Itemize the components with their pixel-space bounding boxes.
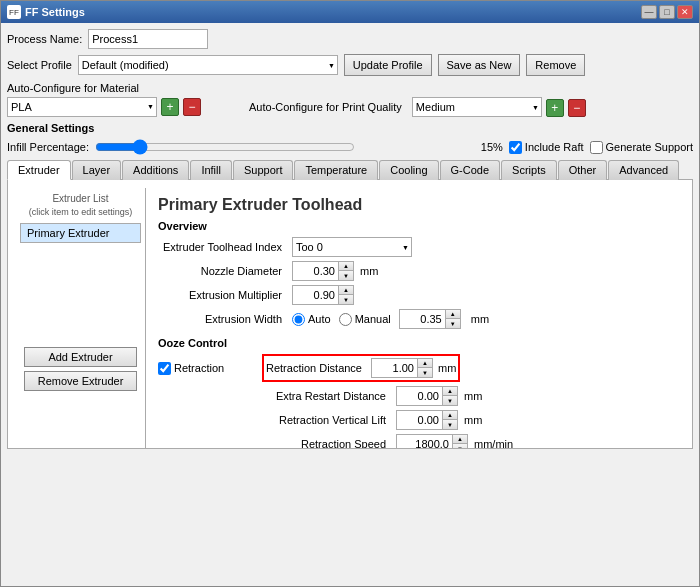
- tab-additions[interactable]: Additions: [122, 160, 189, 180]
- retraction-vertical-unit: mm: [464, 414, 482, 426]
- extruder-list-header: Extruder List(click item to edit setting…: [20, 192, 141, 219]
- extrusion-multiplier-down[interactable]: ▼: [339, 295, 353, 304]
- window-controls: — □ ✕: [641, 5, 693, 19]
- window-title: FF Settings: [25, 6, 85, 18]
- infill-slider-container: [95, 139, 475, 155]
- extra-restart-arrows: ▲ ▼: [442, 387, 457, 405]
- tab-advanced[interactable]: Advanced: [608, 160, 679, 180]
- tab-support[interactable]: Support: [233, 160, 294, 180]
- material-select-wrapper: PLA: [7, 97, 157, 117]
- include-raft-checkbox[interactable]: [509, 141, 522, 154]
- nozzle-diameter-label: Nozzle Diameter: [158, 265, 288, 277]
- extrusion-width-unit: mm: [471, 313, 489, 325]
- extrusion-width-value[interactable]: [400, 312, 445, 326]
- nozzle-diameter-input: ▲ ▼: [292, 261, 354, 281]
- extrusion-width-row: Extrusion Width Auto Manual: [158, 309, 672, 329]
- extrusion-width-auto-radio[interactable]: [292, 313, 305, 326]
- tab-infill[interactable]: Infill: [190, 160, 232, 180]
- extra-restart-down[interactable]: ▼: [443, 396, 457, 405]
- extrusion-multiplier-up[interactable]: ▲: [339, 286, 353, 295]
- extrusion-width-up[interactable]: ▲: [446, 310, 460, 319]
- infill-slider[interactable]: [95, 139, 355, 155]
- retraction-vertical-lift-row: Retraction Vertical Lift ▲ ▼ mm: [158, 410, 672, 430]
- infill-label: Infill Percentage:: [7, 141, 89, 153]
- extrusion-width-manual-radio[interactable]: [339, 313, 352, 326]
- tab-gcode[interactable]: G-Code: [440, 160, 501, 180]
- retraction-vertical-value[interactable]: [397, 413, 442, 427]
- tab-layer[interactable]: Layer: [72, 160, 122, 180]
- retraction-vertical-label: Retraction Vertical Lift: [262, 414, 392, 426]
- extrusion-multiplier-label: Extrusion Multiplier: [158, 289, 288, 301]
- save-as-new-button[interactable]: Save as New: [438, 54, 521, 76]
- add-material-button[interactable]: +: [161, 98, 179, 116]
- extra-restart-value[interactable]: [397, 389, 442, 403]
- minimize-button[interactable]: —: [641, 5, 657, 19]
- title-bar: FF FF Settings — □ ✕: [1, 1, 699, 23]
- toolhead-index-select[interactable]: Too 0: [292, 237, 412, 257]
- primary-extruder-item[interactable]: Primary Extruder: [20, 223, 141, 243]
- extrusion-multiplier-row: Extrusion Multiplier ▲ ▼: [158, 285, 672, 305]
- generate-support-label: Generate Support: [590, 141, 693, 154]
- tab-extruder[interactable]: Extruder: [7, 160, 71, 180]
- add-extruder-button[interactable]: Add Extruder: [24, 347, 137, 367]
- material-select[interactable]: PLA: [7, 97, 157, 117]
- extruder-bottom-buttons: Add Extruder Remove Extruder: [20, 343, 141, 395]
- nozzle-diameter-up[interactable]: ▲: [339, 262, 353, 271]
- auto-configure-quality-label: Auto-Configure for Print Quality: [249, 101, 402, 113]
- close-button[interactable]: ✕: [677, 5, 693, 19]
- retraction-distance-up[interactable]: ▲: [418, 359, 432, 368]
- retraction-speed-unit: mm/min: [474, 438, 513, 449]
- retraction-speed-up[interactable]: ▲: [453, 435, 467, 444]
- retraction-speed-row: Retraction Speed ▲ ▼ mm/min: [158, 434, 672, 449]
- retraction-speed-value[interactable]: [397, 437, 452, 449]
- add-quality-button[interactable]: +: [546, 99, 564, 117]
- remove-extruder-button[interactable]: Remove Extruder: [24, 371, 137, 391]
- profile-select-wrapper: Default (modified): [78, 55, 338, 75]
- retraction-distance-value[interactable]: [372, 361, 417, 375]
- retraction-distance-unit: mm: [438, 362, 456, 374]
- retraction-distance-input: ▲ ▼: [371, 358, 433, 378]
- retraction-row: Retraction Retraction Distance ▲ ▼: [158, 354, 672, 382]
- remove-quality-button[interactable]: −: [568, 99, 586, 117]
- extrusion-width-auto-label: Auto: [292, 313, 331, 326]
- retraction-speed-down[interactable]: ▼: [453, 444, 467, 449]
- nozzle-diameter-down[interactable]: ▼: [339, 271, 353, 280]
- extrusion-width-down[interactable]: ▼: [446, 319, 460, 328]
- maximize-button[interactable]: □: [659, 5, 675, 19]
- remove-material-button[interactable]: −: [183, 98, 201, 116]
- select-profile-label: Select Profile: [7, 59, 72, 71]
- retraction-checkbox[interactable]: [158, 362, 171, 375]
- quality-select[interactable]: Medium: [412, 97, 542, 117]
- extra-restart-up[interactable]: ▲: [443, 387, 457, 396]
- tab-scripts[interactable]: Scripts: [501, 160, 557, 180]
- extrusion-multiplier-value[interactable]: [293, 288, 338, 302]
- auto-configure-row: Auto-Configure for Material PLA + − Auto…: [7, 81, 693, 117]
- tab-cooling[interactable]: Cooling: [379, 160, 438, 180]
- infill-row: Infill Percentage: 15% Include Raft Gene…: [7, 139, 693, 155]
- extrusion-multiplier-input: ▲ ▼: [292, 285, 354, 305]
- extrusion-width-arrows: ▲ ▼: [445, 310, 460, 328]
- retraction-vertical-up[interactable]: ▲: [443, 411, 457, 420]
- nozzle-diameter-value[interactable]: [293, 264, 338, 278]
- extra-restart-input: ▲ ▼: [396, 386, 458, 406]
- auto-configure-material-label: Auto-Configure for Material: [7, 82, 402, 94]
- retraction-speed-label: Retraction Speed: [262, 438, 392, 449]
- retraction-label: Retraction: [174, 362, 224, 374]
- generate-support-checkbox[interactable]: [590, 141, 603, 154]
- extra-restart-distance-row: Extra Restart Distance ▲ ▼ mm: [158, 386, 672, 406]
- retraction-distance-highlighted: Retraction Distance ▲ ▼ mm: [262, 354, 460, 382]
- main-window: FF FF Settings — □ ✕ Process Name: Selec…: [0, 0, 700, 587]
- profile-select[interactable]: Default (modified): [78, 55, 338, 75]
- ooze-header: Ooze Control: [158, 337, 672, 349]
- extra-restart-unit: mm: [464, 390, 482, 402]
- process-name-row: Process Name:: [7, 29, 693, 49]
- process-name-input[interactable]: [88, 29, 208, 49]
- tab-other[interactable]: Other: [558, 160, 608, 180]
- left-panel: Extruder List(click item to edit setting…: [16, 188, 146, 449]
- retraction-distance-down[interactable]: ▼: [418, 368, 432, 377]
- retraction-vertical-down[interactable]: ▼: [443, 420, 457, 429]
- extrusion-width-radio-group: Auto Manual ▲ ▼: [292, 309, 489, 329]
- remove-button[interactable]: Remove: [526, 54, 585, 76]
- update-profile-button[interactable]: Update Profile: [344, 54, 432, 76]
- tab-temperature[interactable]: Temperature: [294, 160, 378, 180]
